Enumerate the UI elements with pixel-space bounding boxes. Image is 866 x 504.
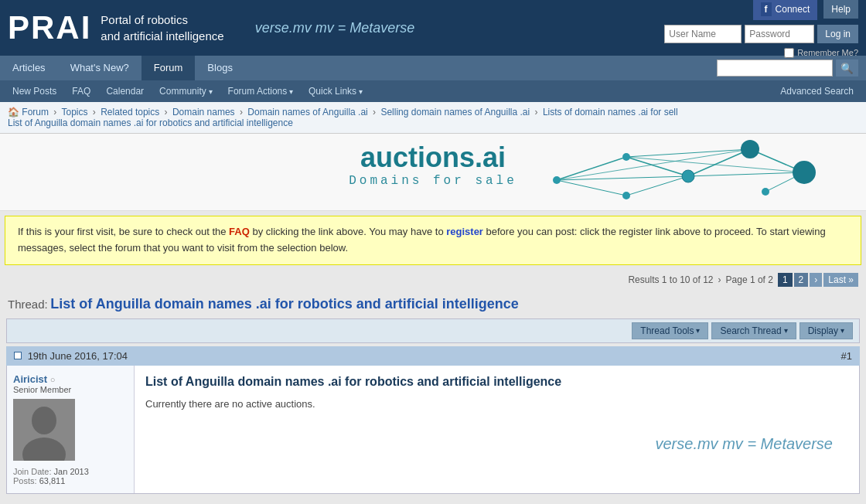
breadcrumb-current: List of Anguilla domain names .ai for ro… — [8, 117, 293, 128]
search-button[interactable]: 🔍 — [836, 60, 858, 77]
nav-faq[interactable]: FAQ — [64, 80, 98, 102]
avatar-image — [13, 399, 75, 461]
svg-point-12 — [741, 140, 759, 158]
svg-line-2 — [688, 149, 750, 176]
user-title: Senior Member — [13, 385, 128, 394]
posts-area: 19th June 2016, 17:04 #1 Airicist ○ Seni… — [6, 346, 860, 494]
password-input[interactable] — [745, 25, 814, 43]
results-bar: Results 1 to 10 of 12 › Page 1 of 2 1 2 … — [0, 270, 866, 290]
notice-box: If this is your first visit, be sure to … — [5, 216, 861, 265]
thread-title: List of Anguilla domain names .ai for ro… — [50, 296, 518, 312]
faq-link[interactable]: FAQ — [229, 226, 250, 237]
svg-line-9 — [626, 176, 688, 196]
post-body: Airicist ○ Senior Member Join Date: Jan … — [6, 366, 860, 494]
thread-tools-button[interactable]: Thread Tools — [632, 322, 708, 339]
svg-line-10 — [557, 180, 626, 196]
notice-text-middle: by clicking the link above. You may have… — [250, 226, 446, 237]
breadcrumb-domain-names-anguilla[interactable]: Domain names of Anguilla .ai — [247, 107, 367, 117]
svg-line-4 — [626, 149, 750, 157]
remember-me-checkbox[interactable] — [784, 48, 794, 58]
thread-label: Thread: — [8, 298, 48, 311]
network-graphic — [534, 134, 827, 207]
next-page-button[interactable]: › — [810, 273, 822, 287]
search-bar: 🔍 — [717, 60, 866, 77]
last-page-button[interactable]: Last » — [823, 273, 858, 287]
login-button[interactable]: Log in — [817, 25, 858, 43]
nav-articles[interactable]: Articles — [0, 56, 58, 80]
logo-description: Portal of robotics and artificial intell… — [101, 12, 223, 44]
header-right: f Connect Help Log in Remember Me? — [664, 0, 858, 58]
breadcrumb-topics[interactable]: Topics — [61, 107, 87, 117]
post-date-block: 19th June 2016, 17:04 — [14, 350, 128, 362]
logo-block: PRAI Portal of robotics and artificial i… — [8, 9, 224, 46]
site-header: PRAI Portal of robotics and artificial i… — [0, 0, 866, 56]
search-thread-button[interactable]: Search Thread — [711, 322, 796, 339]
username: Airicist — [13, 373, 47, 385]
post-header: 19th June 2016, 17:04 #1 — [6, 346, 860, 366]
fb-icon: f — [761, 2, 772, 16]
post-date: 19th June 2016, 17:04 — [28, 350, 128, 362]
user-meta: Join Date: Jan 2013 Posts: 63,811 — [13, 467, 128, 485]
display-button[interactable]: Display — [800, 322, 853, 339]
remember-me-label: Remember Me? — [797, 48, 858, 57]
nav-forum-actions-dropdown[interactable]: Forum Actions — [220, 80, 301, 103]
breadcrumb-related-topics[interactable]: Related topics — [101, 107, 159, 117]
search-input[interactable] — [717, 60, 833, 77]
nav-blogs[interactable]: Blogs — [195, 56, 245, 80]
svg-point-14 — [682, 170, 694, 182]
breadcrumb-forum[interactable]: Forum — [22, 107, 49, 117]
page-label: Page 1 of 2 — [726, 274, 773, 285]
advanced-search-link[interactable]: Advanced Search — [772, 80, 861, 102]
thread-toolbar: Thread Tools Search Thread Display — [6, 318, 860, 343]
notice-text-before: If this is your first visit, be sure to … — [18, 226, 229, 237]
svg-point-16 — [553, 176, 561, 184]
banner: auctions.ai Domains for sale — [0, 134, 866, 211]
svg-point-13 — [793, 161, 816, 184]
user-status: ○ — [50, 375, 56, 384]
nav-new-posts[interactable]: New Posts — [5, 80, 64, 102]
post-text: Currently there are no active auctions. — [145, 397, 848, 413]
page-1-button[interactable]: 1 — [778, 273, 793, 287]
svg-point-18 — [762, 188, 769, 196]
svg-line-0 — [557, 157, 626, 180]
page-2-button[interactable]: 2 — [794, 273, 809, 287]
breadcrumb: 🏠 Forum › Topics › Related topics › Doma… — [0, 102, 866, 134]
nav-calendar[interactable]: Calendar — [98, 80, 152, 102]
avatar — [13, 399, 75, 461]
svg-line-5 — [688, 172, 804, 176]
home-icon: 🏠 — [8, 107, 19, 117]
nav-quick-links-dropdown[interactable]: Quick Links — [301, 80, 370, 103]
breadcrumb-domain-names[interactable]: Domain names — [172, 107, 235, 117]
username-input[interactable] — [664, 25, 742, 43]
page-nav: 1 2 › Last » — [778, 273, 858, 287]
login-bar: Log in — [664, 25, 858, 43]
post-tagline: verse.mv mv = Metaverse — [145, 435, 848, 453]
results-text: Results 1 to 10 of 12 — [628, 274, 713, 285]
post-date-icon — [14, 352, 22, 359]
post-number: #1 — [841, 350, 852, 362]
svg-point-15 — [622, 153, 630, 161]
help-button[interactable]: Help — [823, 0, 858, 19]
remember-me-row: Remember Me? — [784, 48, 858, 58]
breadcrumb-selling-domain-names[interactable]: Selling domain names of Anguilla .ai — [380, 107, 530, 117]
results-separator: › — [718, 274, 721, 285]
nav-community-dropdown[interactable]: Community — [152, 80, 220, 103]
nav-forum[interactable]: Forum — [141, 56, 196, 80]
nav-whats-new[interactable]: What's New? — [58, 56, 141, 80]
nav-bottom: New Posts FAQ Calendar Community Forum A… — [0, 80, 866, 102]
svg-point-17 — [622, 192, 630, 199]
breadcrumb-lists-domain-names[interactable]: Lists of domain names .ai for sell — [543, 107, 678, 117]
post-content: List of Anguilla domain names .ai for ro… — [135, 366, 859, 493]
post-title: List of Anguilla domain names .ai for ro… — [145, 375, 848, 389]
register-link[interactable]: register — [446, 226, 483, 237]
svg-point-20 — [32, 407, 56, 434]
logo: PRAI — [8, 9, 91, 46]
thread-title-bar: Thread: List of Anguilla domain names .a… — [0, 290, 866, 318]
site-tagline: verse.mv mv = Metaverse — [255, 20, 415, 36]
facebook-connect-button[interactable]: f Connect — [753, 0, 818, 20]
nav-top: Articles What's New? Forum Blogs 🔍 — [0, 56, 866, 80]
user-column: Airicist ○ Senior Member Join Date: Jan … — [7, 366, 135, 493]
